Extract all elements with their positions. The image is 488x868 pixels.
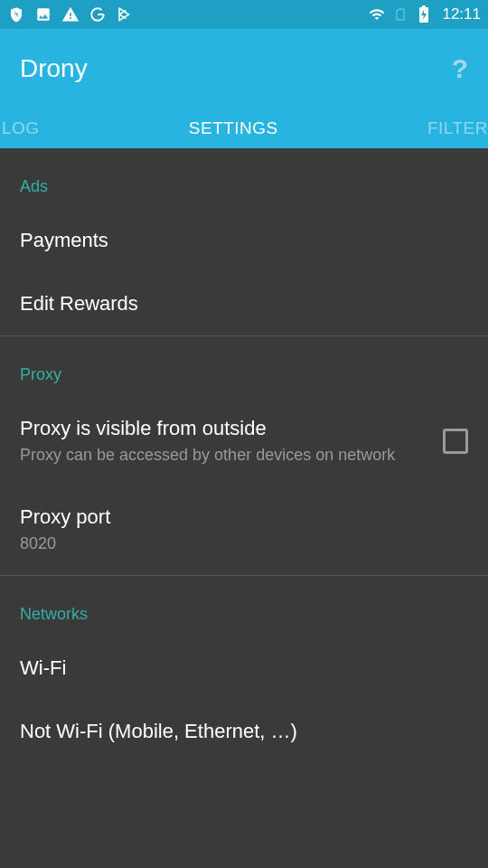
tab-settings[interactable]: SETTINGS xyxy=(40,118,427,138)
settings-content: Ads Payments Edit Rewards Proxy Proxy is… xyxy=(0,148,488,763)
list-item-proxy-visible[interactable]: Proxy is visible from outside Proxy can … xyxy=(0,397,488,486)
section-header-proxy: Proxy xyxy=(0,336,488,397)
section-header-ads: Ads xyxy=(0,148,488,209)
svg-rect-2 xyxy=(422,5,426,7)
list-item-subtitle: Proxy can be accessed by other devices o… xyxy=(20,444,425,466)
list-item-proxy-port[interactable]: Proxy port 8020 xyxy=(0,486,488,574)
list-item-wifi[interactable]: Wi-Fi xyxy=(0,637,488,700)
checkbox-proxy-visible[interactable] xyxy=(443,429,468,454)
status-right-icons: 12:11 xyxy=(368,5,481,24)
image-icon xyxy=(34,5,52,24)
status-time: 12:11 xyxy=(442,5,481,24)
list-item-title: Edit Rewards xyxy=(20,292,468,316)
status-left-icons xyxy=(7,5,134,24)
list-item-subtitle: 8020 xyxy=(20,533,468,554)
section-header-networks: Networks xyxy=(0,576,488,637)
tab-log[interactable]: LOG xyxy=(0,118,40,138)
app-bar: Drony ? xyxy=(0,29,488,108)
app-title: Drony xyxy=(20,54,88,83)
battery-icon xyxy=(415,5,433,24)
tab-bar: LOG SETTINGS FILTER xyxy=(0,108,488,148)
tab-filter[interactable]: FILTER xyxy=(427,118,488,138)
shield-icon xyxy=(7,5,25,24)
warning-icon xyxy=(61,5,80,24)
list-item-payments[interactable]: Payments xyxy=(0,209,488,272)
list-item-edit-rewards[interactable]: Edit Rewards xyxy=(0,272,488,335)
list-item-not-wifi[interactable]: Not Wi-Fi (Mobile, Ethernet, …) xyxy=(0,700,488,763)
sim-icon xyxy=(391,5,409,24)
google-icon xyxy=(89,5,107,24)
list-item-title: Proxy port xyxy=(20,505,468,529)
list-item-title: Not Wi-Fi (Mobile, Ethernet, …) xyxy=(20,720,468,743)
list-item-title: Wi-Fi xyxy=(20,656,468,680)
help-icon[interactable]: ? xyxy=(452,53,468,84)
status-bar: 12:11 xyxy=(0,0,488,29)
wifi-icon xyxy=(368,5,386,24)
list-item-title: Payments xyxy=(20,229,468,252)
list-item-title: Proxy is visible from outside xyxy=(20,417,425,440)
play-store-icon xyxy=(116,5,134,24)
